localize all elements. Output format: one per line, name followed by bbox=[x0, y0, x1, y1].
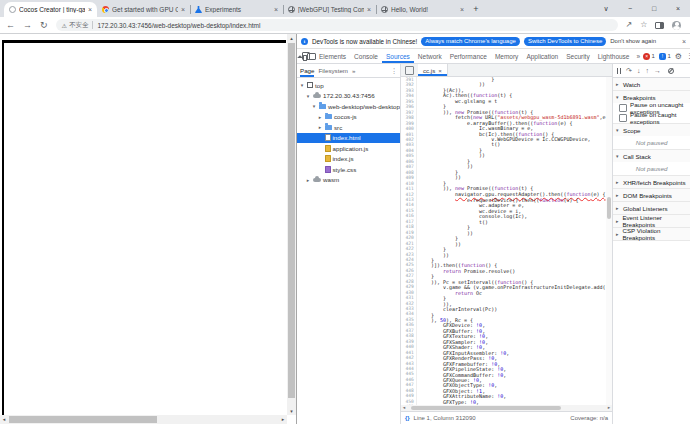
section-header[interactable]: ▸Global Listeners bbox=[613, 202, 690, 214]
editor-tab-ccjs[interactable]: cc.js × bbox=[418, 64, 448, 76]
editor-horizontal-scrollbar[interactable]: ◄ ► bbox=[401, 405, 612, 411]
security-status[interactable]: ⚠ 不安全 bbox=[62, 21, 89, 30]
tree-item-application-js[interactable]: application.js bbox=[297, 143, 400, 154]
chevron-right-icon[interactable]: ▸ bbox=[317, 114, 323, 120]
page-vertical-scrollbar[interactable]: ▴ ▾ bbox=[287, 34, 296, 415]
editor-hscroll-thumb[interactable] bbox=[411, 406, 561, 410]
tree-item-src[interactable]: ▸src bbox=[297, 122, 400, 133]
browser-tab[interactable]: Cocos Creator | tiny-game× bbox=[4, 2, 97, 17]
horizontal-scroll-thumb[interactable] bbox=[9, 416, 157, 423]
error-badge[interactable]: × 1 bbox=[643, 53, 655, 60]
forward-button[interactable]: → bbox=[23, 21, 32, 30]
pretty-print-icon[interactable]: {} bbox=[405, 415, 410, 421]
browser-tab[interactable]: Hello, World!× bbox=[376, 2, 469, 17]
tab-close-icon[interactable]: × bbox=[181, 6, 185, 13]
tab-search-icon[interactable]: ∨ bbox=[594, 5, 618, 13]
tree-item-web-desktop-web-desktop[interactable]: ▾web-desktop/web-desktop bbox=[297, 101, 400, 112]
settings-gear-icon[interactable]: ⚙ bbox=[675, 52, 682, 61]
chevron-down-icon[interactable]: ▾ bbox=[305, 93, 311, 99]
section-header[interactable]: ▾Scope bbox=[613, 124, 690, 136]
side-panel-icon[interactable] bbox=[655, 22, 664, 29]
tab-close-icon[interactable]: × bbox=[367, 6, 371, 13]
editor-scroll-right-icon[interactable]: ► bbox=[607, 405, 611, 411]
new-tab-button[interactable]: + bbox=[469, 2, 483, 16]
editor-vertical-scrollbar[interactable] bbox=[606, 77, 612, 405]
switch-chinese-button[interactable]: Switch DevTools to Chinese bbox=[524, 37, 606, 46]
tree-item-cocos-js[interactable]: ▸cocos-js bbox=[297, 112, 400, 123]
tab-filesystem[interactable]: Filesystem bbox=[318, 67, 348, 74]
pause-icon[interactable] bbox=[617, 68, 621, 74]
notification-close-icon[interactable]: × bbox=[682, 38, 686, 45]
share-icon[interactable]: ↗ bbox=[626, 21, 633, 29]
devtools-tab-network[interactable]: Network bbox=[414, 50, 446, 63]
pause-option-row[interactable]: Pause on caught exceptions bbox=[613, 113, 690, 123]
tab-close-icon[interactable]: × bbox=[88, 6, 92, 13]
reload-button[interactable]: ↻ bbox=[40, 21, 48, 30]
game-canvas[interactable] bbox=[2, 40, 286, 424]
step-into-icon[interactable]: ↓ bbox=[637, 67, 641, 74]
close-button[interactable]: × bbox=[666, 5, 690, 12]
tab-close-icon[interactable]: × bbox=[274, 6, 278, 13]
profile-avatar[interactable] bbox=[672, 21, 681, 30]
scroll-left-icon[interactable]: ◂ bbox=[0, 415, 8, 424]
devtools-tab-security[interactable]: Security bbox=[562, 50, 593, 63]
devtools-tab-console[interactable]: Console bbox=[350, 50, 382, 63]
devtools-tab-elements[interactable]: Elements bbox=[315, 50, 350, 63]
match-language-button[interactable]: Always match Chrome's language bbox=[421, 37, 520, 46]
devtools-tab-performance[interactable]: Performance bbox=[446, 50, 491, 63]
devtools-tab-memory[interactable]: Memory bbox=[491, 50, 522, 63]
chevron-down-icon[interactable]: ▾ bbox=[299, 82, 305, 88]
checkbox[interactable] bbox=[619, 104, 627, 112]
page-horizontal-scrollbar[interactable]: ◂ ▸ bbox=[0, 415, 287, 424]
scroll-up-icon[interactable]: ▴ bbox=[287, 34, 296, 42]
browser-tab[interactable]: [WebGPU] Testing Composit...× bbox=[283, 2, 376, 17]
vertical-scroll-thumb[interactable] bbox=[288, 43, 295, 398]
tree-item-top[interactable]: ▾top bbox=[297, 80, 400, 91]
tree-item-wasm[interactable]: ▸wasm bbox=[297, 175, 400, 186]
devtools-tab-application[interactable]: Application bbox=[522, 50, 562, 63]
browser-tab[interactable]: Experiments× bbox=[190, 2, 283, 17]
more-tabs-icon[interactable]: » bbox=[634, 53, 642, 60]
tree-item-172-20-30-43-7456[interactable]: ▾172.20.30.43:7456 bbox=[297, 91, 400, 102]
step-over-icon[interactable]: ↷ bbox=[626, 67, 632, 74]
code-area[interactable]: 3913923933943953963973983994004014024034… bbox=[401, 77, 612, 405]
address-bar[interactable]: ⚠ 不安全 172.20.30.43:7456/web-desktop/web-… bbox=[56, 19, 618, 31]
scroll-right-icon[interactable]: ▸ bbox=[279, 415, 287, 424]
devtools-tab-sources[interactable]: Sources bbox=[382, 50, 414, 63]
section-header[interactable]: ▸CSP Violation Breakpoints bbox=[613, 228, 690, 240]
back-button[interactable]: ← bbox=[6, 21, 15, 30]
section-header[interactable]: ▸Event Listener Breakpoints bbox=[613, 215, 690, 227]
tab-page[interactable]: Page bbox=[300, 65, 314, 77]
browser-tab[interactable]: Get started with GPU Compu...× bbox=[97, 2, 190, 17]
tab-close-icon[interactable]: × bbox=[460, 6, 464, 13]
devtools-menu-icon[interactable]: ⋮ bbox=[686, 52, 690, 60]
editor-tab-close-icon[interactable]: × bbox=[438, 67, 442, 74]
minimize-button[interactable]: − bbox=[618, 5, 642, 12]
scroll-down-icon[interactable]: ▾ bbox=[287, 407, 296, 415]
checkbox[interactable] bbox=[619, 114, 627, 122]
editor-pane-icon[interactable] bbox=[405, 66, 414, 75]
navigator-overflow-icon[interactable]: » bbox=[352, 67, 355, 74]
tree-item-style-css[interactable]: style.css bbox=[297, 164, 400, 175]
section-header[interactable]: ▾Call Stack bbox=[613, 150, 690, 162]
chevron-right-icon[interactable]: ▸ bbox=[317, 124, 323, 130]
devtools-tab-bar: ElementsConsoleSourcesNetworkPerformance… bbox=[297, 49, 690, 64]
devtools-tab-lighthouse[interactable]: Lighthouse bbox=[594, 50, 634, 63]
section-header[interactable]: ▸Watch bbox=[613, 78, 690, 90]
chevron-right-icon[interactable]: ▸ bbox=[305, 177, 311, 183]
chevron-down-icon[interactable]: ▾ bbox=[311, 103, 317, 109]
tree-item-index-js[interactable]: index.js bbox=[297, 154, 400, 165]
dont-show-again-button[interactable]: Don't show again bbox=[610, 38, 656, 44]
section-header[interactable]: ▸DOM Breakpoints bbox=[613, 189, 690, 201]
navigator-menu-icon[interactable]: ⋮ bbox=[391, 67, 397, 74]
step-out-icon[interactable]: ↑ bbox=[645, 67, 649, 74]
editor-scroll-thumb[interactable] bbox=[607, 197, 611, 219]
deactivate-breakpoints-icon[interactable] bbox=[668, 68, 674, 74]
editor-scroll-left-icon[interactable]: ◄ bbox=[402, 405, 406, 411]
bookmark-star-icon[interactable]: ☆ bbox=[640, 21, 647, 29]
maximize-button[interactable]: □ bbox=[642, 5, 666, 12]
step-icon[interactable]: → bbox=[654, 67, 661, 74]
issues-badge[interactable]: ! 1 bbox=[659, 53, 671, 60]
tree-item-index-html[interactable]: index.html bbox=[297, 133, 400, 144]
section-header[interactable]: ▸XHR/fetch Breakpoints bbox=[613, 176, 690, 188]
